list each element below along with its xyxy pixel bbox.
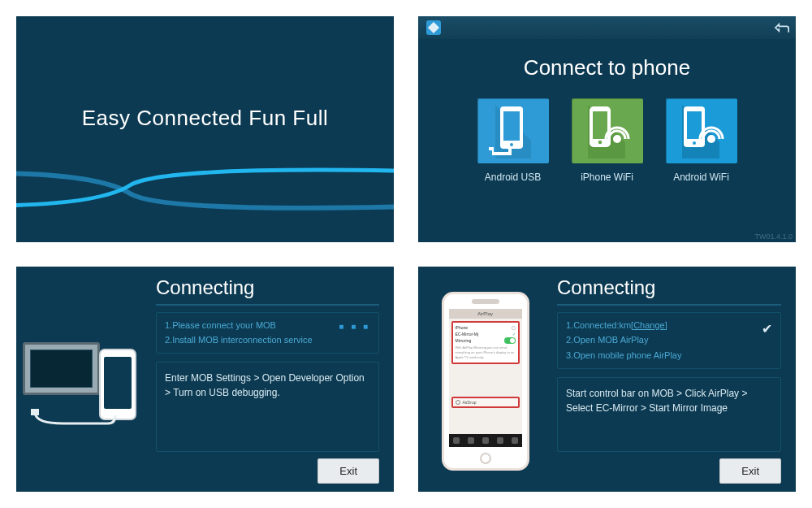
iphone-tabbar [449, 434, 522, 447]
connecting-usb-panel: Connecting ■ ■ ■ 1.Please connect your M… [16, 267, 394, 493]
toggle-icon [504, 337, 516, 344]
progress-dots-icon: ■ ■ ■ [339, 319, 370, 333]
connect-to-phone-panel: Connect to phone Android USB [418, 16, 796, 242]
option-android-usb[interactable]: Android USB [477, 98, 549, 183]
step-item: 3.Open mobile phone AirPlay [566, 348, 772, 363]
connecting-title: Connecting [557, 276, 781, 306]
instruction-box: Enter MOB Settings > Open Developer Opti… [156, 362, 379, 452]
decorative-cross-lines [16, 157, 394, 214]
top-bar [418, 16, 796, 39]
device-illustration [16, 267, 151, 493]
option-iphone-wifi[interactable]: iPhone WiFi [572, 98, 643, 183]
step-item: 2.Open MOB AirPlay [566, 332, 772, 348]
svg-rect-2 [503, 111, 520, 141]
splash-panel: Easy Connected Fun Full [16, 16, 394, 242]
svg-point-7 [613, 135, 621, 143]
connect-options: Android USB iPhone WiFi [418, 98, 796, 183]
exit-button[interactable]: Exit [719, 458, 781, 484]
connect-title: Connect to phone [418, 55, 796, 80]
step-item: 2.Install MOB interconnection service [165, 332, 370, 348]
option-android-wifi[interactable]: Android WiFi [666, 98, 737, 183]
svg-point-6 [598, 141, 602, 145]
option-label: iPhone WiFi [572, 172, 643, 183]
splash-title: Easy Connected Fun Full [16, 106, 394, 131]
android-usb-icon [477, 98, 549, 163]
change-link[interactable]: [Change] [631, 320, 667, 330]
steps-box: ■ ■ ■ 1.Please connect your MOB 2.Instal… [156, 312, 379, 354]
instruction-box: Start control bar on MOB > Click AirPlay… [557, 377, 781, 452]
option-label: Android WiFi [666, 172, 737, 183]
iphone-wifi-icon [572, 98, 643, 163]
svg-point-11 [707, 135, 715, 143]
android-wifi-icon [666, 98, 737, 163]
exit-button[interactable]: Exit [317, 458, 379, 484]
svg-point-3 [510, 143, 513, 146]
iphone-airplay-list: iPhone▢ EC-Mirror-Mj✓ Mirroring With Air… [451, 321, 520, 364]
version-label: TW01.4.1.0 [754, 232, 793, 241]
step-item: 1.Connected:km[Change] [566, 318, 772, 333]
option-label: Android USB [477, 172, 549, 183]
app-logo-icon [425, 19, 443, 37]
iphone-airdrop-row: AirDrop [451, 397, 520, 408]
iphone-illustration: AirPlay iPhone▢ EC-Mirror-Mj✓ Mirroring … [418, 267, 552, 493]
svg-point-10 [693, 141, 696, 145]
usb-cable-icon [31, 409, 136, 427]
back-icon[interactable] [771, 19, 789, 37]
check-icon: ✔ [762, 318, 772, 340]
headunit-icon [23, 342, 100, 395]
svg-rect-5 [593, 111, 607, 139]
connecting-airplay-panel: AirPlay iPhone▢ EC-Mirror-Mj✓ Mirroring … [418, 267, 796, 493]
connecting-title: Connecting [156, 276, 379, 306]
steps-box: ✔ 1.Connected:km[Change] 2.Open MOB AirP… [557, 312, 781, 369]
svg-rect-9 [687, 111, 702, 139]
svg-rect-12 [31, 409, 39, 415]
iphone-header: AirPlay [449, 309, 522, 319]
